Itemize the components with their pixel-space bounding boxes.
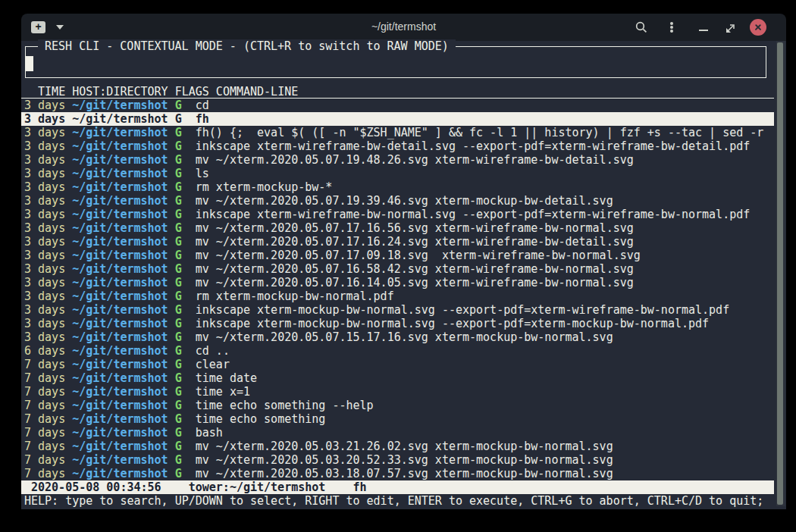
time-cell: 3 days	[24, 276, 65, 289]
flags-cell: G	[175, 262, 182, 276]
command-cell: time x=1	[196, 385, 250, 399]
command-cell: inkscape xterm-mockup-bw-normal.svg --ex…	[196, 317, 709, 330]
command-cell: fh	[196, 112, 209, 126]
history-row[interactable]: 3 days ~/git/termshot G rm xterm-mockup-…	[21, 289, 774, 303]
history-row[interactable]: 7 days ~/git/termshot G time x=1	[21, 385, 774, 399]
host-directory-cell: ~/git/termshot	[72, 167, 168, 180]
time-cell: 7 days	[24, 426, 65, 440]
history-row[interactable]: 3 days ~/git/termshot G ls	[21, 167, 774, 180]
command-cell: inkscape xterm-wireframe-bw-detail.svg -…	[196, 139, 751, 153]
history-row[interactable]: 7 days ~/git/termshot G time echo someth…	[21, 399, 774, 412]
command-cell: clear	[196, 358, 230, 371]
kebab-menu-icon[interactable]	[670, 22, 673, 25]
command-cell: fh() {; eval $( ([ -n "$ZSH_NAME" ] && f…	[196, 126, 764, 139]
history-row[interactable]: 6 days ~/git/termshot G cd ..	[21, 344, 774, 358]
time-cell: 3 days	[24, 317, 65, 330]
history-row[interactable]: 3 days ~/git/termshot G mv ~/xterm.2020.…	[21, 221, 774, 235]
time-cell: 6 days	[24, 344, 65, 358]
host-directory-cell: ~/git/termshot	[72, 153, 168, 167]
history-row[interactable]: 7 days ~/git/termshot G clear	[21, 358, 774, 371]
history-row[interactable]: 3 days ~/git/termshot G fh	[21, 112, 774, 126]
flags-cell: G	[175, 440, 182, 453]
restore-icon	[725, 24, 735, 33]
history-row[interactable]: 3 days ~/git/termshot G mv ~/xterm.2020.…	[21, 276, 774, 289]
terminal-window: + ~/git/termshot RESH CLI - CONTEXTUAL M…	[21, 14, 786, 509]
flags-cell: G	[175, 99, 182, 112]
command-cell: mv ~/xterm.2020.05.07.17.09.18.svg xterm…	[196, 249, 641, 262]
flags-cell: G	[175, 385, 182, 399]
time-cell: 3 days	[24, 126, 65, 139]
history-row[interactable]: 3 days ~/git/termshot G mv ~/xterm.2020.…	[21, 153, 774, 167]
host-directory-cell: ~/git/termshot	[72, 453, 168, 467]
time-cell: 3 days	[24, 208, 65, 221]
host-directory-cell: ~/git/termshot	[72, 317, 168, 330]
host-directory-cell: ~/git/termshot	[72, 249, 168, 262]
history-row[interactable]: 7 days ~/git/termshot G time date	[21, 371, 774, 385]
flags-cell: G	[175, 126, 182, 139]
terminal-screen: RESH CLI - CONTEXTUAL MODE - (CTRL+R to …	[21, 41, 786, 509]
command-cell: inkscape xterm-wireframe-bw-normal.svg -…	[196, 208, 751, 221]
time-cell: 3 days	[24, 262, 65, 276]
history-row[interactable]: 7 days ~/git/termshot G bash	[21, 426, 774, 440]
command-cell: cd	[196, 99, 209, 112]
minimize-button[interactable]	[699, 30, 708, 31]
time-cell: 3 days	[24, 249, 65, 262]
history-row[interactable]: 3 days ~/git/termshot G inkscape xterm-m…	[21, 317, 774, 330]
time-cell: 3 days	[24, 153, 65, 167]
history-row[interactable]: 7 days ~/git/termshot G mv ~/xterm.2020.…	[21, 440, 774, 453]
flags-cell: G	[175, 249, 182, 262]
history-table-body: 3 days ~/git/termshot G cd3 days ~/git/t…	[21, 99, 774, 480]
flags-cell: G	[175, 344, 182, 358]
time-cell: 7 days	[24, 440, 65, 453]
history-row[interactable]: 3 days ~/git/termshot G cd	[21, 99, 774, 112]
command-cell: time echo something --help	[196, 399, 374, 412]
history-row[interactable]: 3 days ~/git/termshot G mv ~/xterm.2020.…	[21, 330, 774, 344]
help-bar: HELP: type to search, UP/DOWN to select,…	[24, 494, 763, 508]
titlebar[interactable]: + ~/git/termshot	[21, 14, 786, 41]
scrollbar-track[interactable]	[776, 41, 785, 506]
host-directory-cell: ~/git/termshot	[72, 208, 168, 221]
close-button[interactable]	[750, 19, 766, 36]
host-directory-cell: ~/git/termshot	[72, 126, 168, 139]
history-row[interactable]: 3 days ~/git/termshot G inkscape xterm-w…	[21, 139, 774, 153]
time-cell: 3 days	[24, 194, 65, 208]
time-cell: 7 days	[24, 399, 65, 412]
flags-cell: G	[175, 399, 182, 412]
flags-cell: G	[175, 330, 182, 344]
history-row[interactable]: 3 days ~/git/termshot G rm xterm-mockup-…	[21, 180, 774, 194]
flags-cell: G	[175, 412, 182, 426]
history-row[interactable]: 3 days ~/git/termshot G fh() {; eval $( …	[21, 126, 774, 139]
history-table-header: TIME HOST:DIRECTORY FLAGS COMMAND-LINE	[21, 85, 774, 99]
status-command: fh	[353, 480, 366, 494]
history-row[interactable]: 3 days ~/git/termshot G mv ~/xterm.2020.…	[21, 249, 774, 262]
time-cell: 7 days	[24, 412, 65, 426]
history-row[interactable]: 3 days ~/git/termshot G inkscape xterm-m…	[21, 303, 774, 317]
search-button[interactable]	[635, 21, 647, 33]
history-row[interactable]: 7 days ~/git/termshot G mv ~/xterm.2020.…	[21, 467, 774, 480]
host-directory-cell: ~/git/termshot	[72, 276, 168, 289]
history-row[interactable]: 3 days ~/git/termshot G mv ~/xterm.2020.…	[21, 235, 774, 249]
time-cell: 3 days	[24, 167, 65, 180]
command-cell: inkscape xterm-mockup-bw-normal.svg --ex…	[196, 303, 729, 317]
history-row[interactable]: 7 days ~/git/termshot G time echo someth…	[21, 412, 774, 426]
host-directory-cell: ~/git/termshot	[72, 221, 168, 235]
flags-cell: G	[175, 426, 182, 440]
history-row[interactable]: 7 days ~/git/termshot G mv ~/xterm.2020.…	[21, 453, 774, 467]
command-cell: mv ~/xterm.2020.05.07.17.16.56.svg xterm…	[196, 221, 634, 235]
time-cell: 7 days	[24, 371, 65, 385]
scrollbar-thumb[interactable]	[777, 42, 783, 505]
history-row[interactable]: 3 days ~/git/termshot G inkscape xterm-w…	[21, 208, 774, 221]
history-row[interactable]: 3 days ~/git/termshot G mv ~/xterm.2020.…	[21, 262, 774, 276]
flags-cell: G	[175, 221, 182, 235]
command-cell: time echo something	[196, 412, 326, 426]
time-cell: 3 days	[24, 139, 65, 153]
history-row[interactable]: 3 days ~/git/termshot G mv ~/xterm.2020.…	[21, 194, 774, 208]
resh-search-box[interactable]: RESH CLI - CONTEXTUAL MODE - (CTRL+R to …	[25, 46, 766, 78]
restore-button[interactable]	[725, 23, 735, 32]
host-directory-cell: ~/git/termshot	[72, 358, 168, 371]
flags-cell: G	[175, 139, 182, 153]
time-cell: 3 days	[24, 99, 65, 112]
flags-cell: G	[175, 276, 182, 289]
time-cell: 7 days	[24, 467, 65, 480]
host-directory-cell: ~/git/termshot	[72, 99, 168, 112]
